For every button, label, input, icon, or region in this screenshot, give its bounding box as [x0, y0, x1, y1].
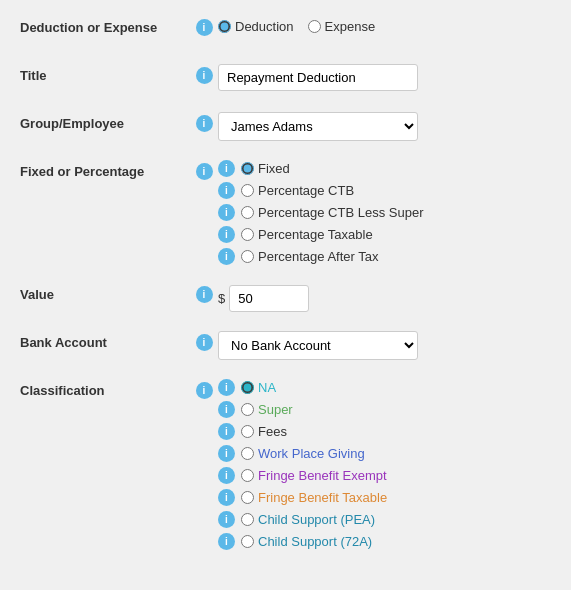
fbt-radio-text: Fringe Benefit Taxable: [258, 490, 387, 505]
value-info-icon[interactable]: i: [196, 286, 213, 303]
title-info-icon[interactable]: i: [196, 67, 213, 84]
deduction-or-expense-row: Deduction or Expense i Deduction Expense: [20, 16, 551, 46]
fbt-radio-label[interactable]: Fringe Benefit Taxable: [241, 490, 387, 505]
bank-account-control: No Bank Account: [218, 331, 551, 360]
fixed-radio[interactable]: [241, 162, 254, 175]
cspea-radio-text: Child Support (PEA): [258, 512, 375, 527]
pct-after-tax-radio[interactable]: [241, 250, 254, 263]
wpg-radio-label[interactable]: Work Place Giving: [241, 446, 365, 461]
bank-account-label: Bank Account: [20, 331, 190, 350]
fixed-or-percentage-row: Fixed or Percentage i i Fixed i Percenta…: [20, 160, 551, 265]
pct-ctb-radio[interactable]: [241, 184, 254, 197]
pct-taxable-radio-label[interactable]: Percentage Taxable: [241, 227, 373, 242]
pct-ctb-less-radio-label[interactable]: Percentage CTB Less Super: [241, 205, 423, 220]
na-radio[interactable]: [241, 381, 254, 394]
pct-taxable-radio[interactable]: [241, 228, 254, 241]
expense-radio[interactable]: [308, 20, 321, 33]
na-radio-text: NA: [258, 380, 276, 395]
cs72a-radio[interactable]: [241, 535, 254, 548]
cspea-row: i Child Support (PEA): [218, 511, 551, 528]
deduction-or-expense-info-icon[interactable]: i: [196, 19, 213, 36]
deduction-or-expense-label: Deduction or Expense: [20, 16, 190, 35]
cspea-radio-label[interactable]: Child Support (PEA): [241, 512, 375, 527]
pct-taxable-row: i Percentage Taxable: [218, 226, 551, 243]
na-row: i NA: [218, 379, 551, 396]
super-info-icon[interactable]: i: [218, 401, 235, 418]
pct-ctb-info-icon[interactable]: i: [218, 182, 235, 199]
cspea-radio[interactable]: [241, 513, 254, 526]
cs72a-radio-text: Child Support (72A): [258, 534, 372, 549]
deduction-radio[interactable]: [218, 20, 231, 33]
super-radio-label[interactable]: Super: [241, 402, 293, 417]
bank-account-info-icon[interactable]: i: [196, 334, 213, 351]
fees-radio-text: Fees: [258, 424, 287, 439]
deduction-radio-text: Deduction: [235, 19, 294, 34]
pct-after-tax-row: i Percentage After Tax: [218, 248, 551, 265]
pct-ctb-row: i Percentage CTB: [218, 182, 551, 199]
classification-control: i NA i Super i Fees: [218, 379, 551, 550]
fees-row: i Fees: [218, 423, 551, 440]
classification-info-icon[interactable]: i: [196, 382, 213, 399]
super-row: i Super: [218, 401, 551, 418]
classification-row: Classification i i NA i Super: [20, 379, 551, 550]
super-radio[interactable]: [241, 403, 254, 416]
cs72a-info-icon[interactable]: i: [218, 533, 235, 550]
fixed-or-percentage-info-icon[interactable]: i: [196, 163, 213, 180]
title-input[interactable]: [218, 64, 418, 91]
group-employee-label: Group/Employee: [20, 112, 190, 131]
pct-ctb-less-radio[interactable]: [241, 206, 254, 219]
value-control: $: [218, 283, 551, 312]
pct-ctb-less-info-icon[interactable]: i: [218, 204, 235, 221]
fbt-row: i Fringe Benefit Taxable: [218, 489, 551, 506]
na-radio-label[interactable]: NA: [241, 380, 276, 395]
group-employee-row: Group/Employee i James Adams: [20, 112, 551, 142]
title-control: [218, 64, 551, 91]
fixed-or-percentage-control: i Fixed i Percentage CTB i Percent: [218, 160, 551, 265]
expense-radio-label[interactable]: Expense: [308, 19, 376, 34]
pct-taxable-info-icon[interactable]: i: [218, 226, 235, 243]
pct-after-tax-info-icon[interactable]: i: [218, 248, 235, 265]
cs72a-row: i Child Support (72A): [218, 533, 551, 550]
na-info-icon[interactable]: i: [218, 379, 235, 396]
pct-taxable-radio-text: Percentage Taxable: [258, 227, 373, 242]
fees-radio[interactable]: [241, 425, 254, 438]
bank-account-select[interactable]: No Bank Account: [218, 331, 418, 360]
fbt-radio[interactable]: [241, 491, 254, 504]
deduction-radio-label[interactable]: Deduction: [218, 19, 294, 34]
deduction-or-expense-control: Deduction Expense: [218, 16, 551, 34]
group-employee-select[interactable]: James Adams: [218, 112, 418, 141]
fbe-radio[interactable]: [241, 469, 254, 482]
classification-label: Classification: [20, 379, 190, 398]
pct-ctb-radio-label[interactable]: Percentage CTB: [241, 183, 354, 198]
value-row: Value i $: [20, 283, 551, 313]
cs72a-radio-label[interactable]: Child Support (72A): [241, 534, 372, 549]
fixed-radio-text: Fixed: [258, 161, 290, 176]
group-employee-info-icon[interactable]: i: [196, 115, 213, 132]
title-row: Title i: [20, 64, 551, 94]
group-employee-control: James Adams: [218, 112, 551, 141]
fees-radio-label[interactable]: Fees: [241, 424, 287, 439]
wpg-row: i Work Place Giving: [218, 445, 551, 462]
value-label: Value: [20, 283, 190, 302]
fees-info-icon[interactable]: i: [218, 423, 235, 440]
wpg-radio[interactable]: [241, 447, 254, 460]
pct-after-tax-radio-label[interactable]: Percentage After Tax: [241, 249, 378, 264]
fbe-row: i Fringe Benefit Exempt: [218, 467, 551, 484]
pct-ctb-less-row: i Percentage CTB Less Super: [218, 204, 551, 221]
expense-radio-text: Expense: [325, 19, 376, 34]
bank-account-row: Bank Account i No Bank Account: [20, 331, 551, 361]
fbe-radio-label[interactable]: Fringe Benefit Exempt: [241, 468, 387, 483]
title-label: Title: [20, 64, 190, 83]
fbt-info-icon[interactable]: i: [218, 489, 235, 506]
fbe-info-icon[interactable]: i: [218, 467, 235, 484]
value-input[interactable]: [229, 285, 309, 312]
cspea-info-icon[interactable]: i: [218, 511, 235, 528]
fixed-row: i Fixed: [218, 160, 551, 177]
fbe-radio-text: Fringe Benefit Exempt: [258, 468, 387, 483]
pct-after-tax-radio-text: Percentage After Tax: [258, 249, 378, 264]
fixed-radio-label[interactable]: Fixed: [241, 161, 290, 176]
fixed-info-icon[interactable]: i: [218, 160, 235, 177]
super-radio-text: Super: [258, 402, 293, 417]
wpg-radio-text: Work Place Giving: [258, 446, 365, 461]
wpg-info-icon[interactable]: i: [218, 445, 235, 462]
